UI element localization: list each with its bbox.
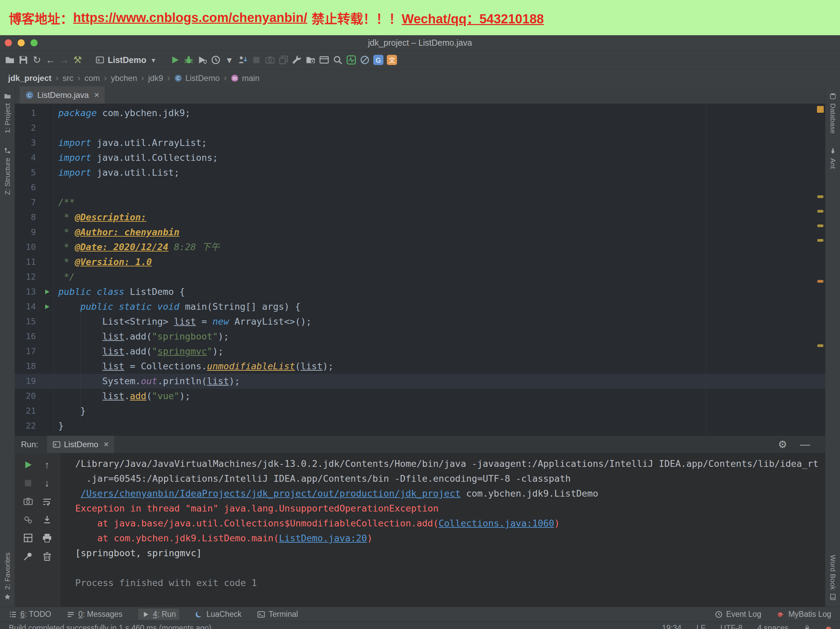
print-icon[interactable]	[42, 533, 52, 543]
line-number[interactable]: 15	[15, 314, 41, 329]
hide-panel-icon[interactable]: —	[800, 440, 810, 449]
messages-button[interactable]: 0: Messages	[67, 610, 122, 619]
line-number[interactable]: 9	[15, 225, 41, 240]
project-stripe-button[interactable]: 1: Project	[3, 92, 11, 133]
code-line-22[interactable]: 22}	[15, 418, 825, 434]
notification-dot[interactable]	[826, 627, 831, 629]
code-line-14[interactable]: 14 public static void main(String[] args…	[15, 299, 825, 314]
code-line-8[interactable]: 8 * @Description:	[15, 210, 825, 225]
code-line-1[interactable]: 1package com.ybchen.jdk9;	[15, 106, 825, 120]
breadcrumb-item-src[interactable]: src	[61, 74, 75, 83]
code-line-20[interactable]: 20 list.add("vue");	[15, 389, 825, 404]
console-link[interactable]: /Users/chenyanbin/IdeaProjects/jdk_proje…	[81, 488, 461, 499]
activity-monitor-icon[interactable]	[346, 55, 356, 65]
favorites-stripe-button[interactable]: 2: Favorites	[3, 552, 11, 601]
position-info-item[interactable]: 4 spaces	[757, 622, 788, 629]
console-link[interactable]: ListDemo.java:20	[279, 533, 367, 543]
debug-icon[interactable]	[183, 55, 194, 65]
mybatis-log-button[interactable]: MyBatis Log	[777, 610, 831, 619]
code-line-19[interactable]: 19 System.out.println(list);	[15, 374, 825, 389]
banner-text[interactable]: Wechat/qq：543210188	[402, 8, 544, 27]
structure-stripe-button[interactable]: Z: Structure	[3, 147, 11, 195]
translate-alt-icon[interactable]: 文	[387, 55, 397, 65]
lock-icon[interactable]	[804, 624, 811, 629]
code-line-15[interactable]: 15 List<String> list = new ArrayList<>()…	[15, 314, 825, 329]
tab-listdemo-java[interactable]: C ListDemo.java ×	[20, 86, 105, 104]
restore-layout-icon[interactable]	[23, 533, 33, 543]
thread-dump-icon[interactable]	[23, 515, 33, 525]
position-info-item[interactable]: UTF-8	[720, 622, 742, 629]
stop-icon[interactable]	[251, 55, 262, 65]
warning-mark[interactable]	[817, 210, 823, 213]
terminal-button[interactable]: Terminal	[257, 610, 298, 619]
code-line-11[interactable]: 11 * @Versiion: 1.0	[15, 255, 825, 270]
save-all-icon[interactable]	[18, 55, 28, 65]
code-line-16[interactable]: 16 list.add("springboot");	[15, 329, 825, 344]
code-line-18[interactable]: 18 list = Collections.unmodifiableList(l…	[15, 359, 825, 374]
scroll-to-end-icon[interactable]	[42, 515, 52, 525]
line-number[interactable]: 13	[15, 284, 41, 299]
line-number[interactable]: 3	[15, 136, 41, 150]
rerun-icon[interactable]	[23, 460, 33, 470]
pin-tab-icon[interactable]	[23, 551, 33, 561]
position-info-item[interactable]: 19:34	[662, 622, 682, 629]
warning-mark[interactable]	[817, 195, 823, 198]
line-number[interactable]: 20	[15, 389, 41, 404]
line-number[interactable]: 8	[15, 210, 41, 225]
line-number[interactable]: 22	[15, 418, 41, 434]
translate-icon[interactable]: G	[373, 55, 384, 65]
attach-debugger-icon[interactable]	[238, 55, 248, 65]
code-editor[interactable]: 1package com.ybchen.jdk9;23import java.u…	[15, 104, 825, 435]
breadcrumb-item-ybchen[interactable]: ybchen	[109, 74, 138, 83]
line-number[interactable]: 11	[15, 255, 41, 270]
restore-layout-icon[interactable]	[278, 55, 289, 65]
code-line-4[interactable]: 4import java.util.Collections;	[15, 150, 825, 165]
down-stack-icon[interactable]: ↓	[42, 478, 52, 488]
code-line-10[interactable]: 10 * @Date: 2020/12/24 8:28 下午	[15, 240, 825, 255]
code-line-5[interactable]: 5import java.util.List;	[15, 165, 825, 180]
line-number[interactable]: 14	[15, 299, 41, 314]
code-line-17[interactable]: 17 list.add("springmvc");	[15, 344, 825, 359]
capture-memory-icon[interactable]	[265, 55, 275, 65]
line-number[interactable]: 1	[15, 106, 41, 120]
breadcrumb-item-com[interactable]: com	[83, 74, 101, 83]
code-line-21[interactable]: 21 }	[15, 404, 825, 418]
soft-wrap-icon[interactable]	[42, 496, 52, 506]
line-number[interactable]: 7	[15, 195, 41, 210]
line-number[interactable]: 5	[15, 165, 41, 180]
warning-mark[interactable]	[817, 280, 823, 283]
sync-icon[interactable]: ↻	[32, 55, 42, 65]
line-number[interactable]: 16	[15, 329, 41, 344]
position-info-item[interactable]: LF	[696, 622, 706, 629]
line-number[interactable]: 6	[15, 180, 41, 195]
open-project-icon[interactable]	[5, 55, 15, 65]
line-number[interactable]: 4	[15, 150, 41, 165]
back-icon[interactable]: ←	[46, 55, 55, 65]
line-number[interactable]: 18	[15, 359, 41, 374]
breadcrumb-item-jdk9[interactable]: jdk9	[147, 74, 164, 83]
toggle-window-icon[interactable]	[319, 55, 329, 65]
build-project-icon[interactable]: ⚒	[73, 55, 83, 65]
close-run-tab-icon[interactable]: ×	[104, 439, 109, 449]
project-structure-icon[interactable]	[306, 55, 316, 65]
console-link[interactable]: Collections.java:1060	[439, 518, 554, 528]
stop-icon[interactable]	[23, 478, 33, 488]
breadcrumb-item-jdk_project[interactable]: jdk_project	[7, 74, 53, 83]
code-line-2[interactable]: 2	[15, 120, 825, 136]
inspections-wrench-icon[interactable]	[292, 55, 302, 65]
luacheck-button[interactable]: LuaCheck	[195, 610, 242, 619]
line-number[interactable]: 2	[15, 120, 41, 136]
run-line-icon[interactable]	[44, 288, 51, 295]
clear-all-icon[interactable]	[42, 551, 52, 561]
run-line-icon[interactable]	[44, 303, 51, 310]
breadcrumb-item-main[interactable]: mmain	[229, 74, 261, 83]
close-tab-icon[interactable]: ×	[94, 90, 99, 100]
event-log-button[interactable]: Event Log	[715, 610, 761, 619]
database-stripe-button[interactable]: Database	[829, 92, 837, 134]
up-stack-icon[interactable]: ↑	[42, 460, 52, 470]
snapshot-icon[interactable]	[23, 496, 33, 506]
code-line-12[interactable]: 12 */	[15, 270, 825, 284]
run-button[interactable]: 4: Run	[138, 609, 180, 620]
line-number[interactable]: 12	[15, 270, 41, 284]
banner-text[interactable]: https://www.cnblogs.com/chenyanbin/	[73, 11, 307, 25]
